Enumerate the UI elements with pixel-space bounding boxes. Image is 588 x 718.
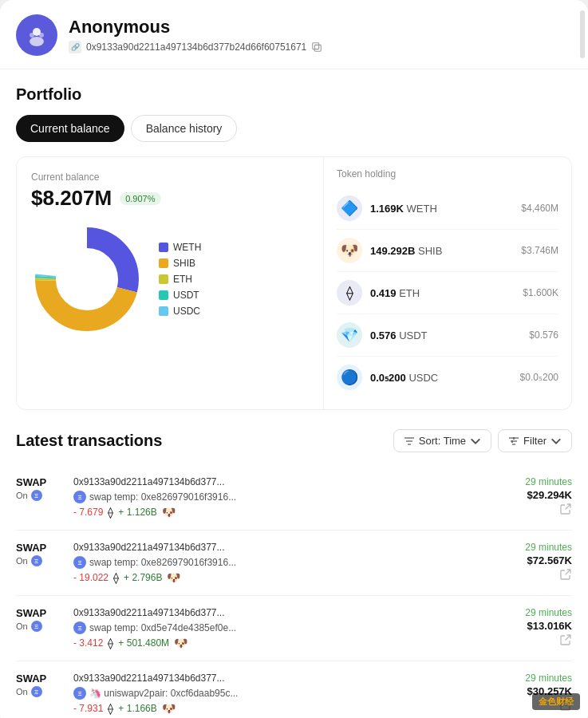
- sidebar-handle: [580, 10, 585, 58]
- tx-swap-temp: 🦄 uniswapv2pair: 0xcf6daab95c...: [89, 688, 238, 699]
- tx-middle: 0x9133a90d2211a497134b6d377... Ξ swap te…: [73, 607, 515, 649]
- address-icon: 🔗: [69, 41, 81, 53]
- chart-legend: WETH SHIB ETH USDT: [159, 242, 201, 317]
- tx-usd: $72.567K: [525, 554, 572, 566]
- tx-time: 29 minutes: [525, 476, 572, 487]
- tx-time: 29 minutes: [525, 542, 572, 553]
- tx-neg: - 7.931: [73, 703, 103, 714]
- token-value: $4,460M: [521, 203, 558, 214]
- tx-amounts: - 7.679 ⟠ + 1.126B 🐶: [73, 506, 515, 519]
- external-link-icon[interactable]: [559, 633, 572, 646]
- donut-chart: [31, 223, 143, 335]
- tx-swap-temp: swap temp: 0xd5e74de4385ef0e...: [89, 622, 236, 633]
- token-row: 🔷 1.169K WETH $4,460M: [337, 187, 558, 230]
- tx-on-label: On: [16, 687, 28, 696]
- tab-current-balance[interactable]: Current balance: [16, 115, 124, 142]
- donut-wrapper: WETH SHIB ETH USDT: [31, 223, 309, 335]
- tx-pos-icon: 🐶: [167, 571, 180, 584]
- tx-type: SWAP On Ξ: [16, 542, 64, 566]
- filter-button[interactable]: Filter: [498, 429, 572, 452]
- token-symbol: USDC: [408, 372, 438, 384]
- tx-address: 0x9133a90d2211a497134b6d377...: [73, 542, 515, 553]
- balance-amount: $8.207M: [31, 186, 112, 211]
- tx-neg-icon: ⟠: [108, 637, 113, 649]
- external-link-icon[interactable]: [559, 568, 572, 581]
- tx-pos-icon: 🐶: [162, 506, 176, 519]
- portfolio-left: Current balance $8.207M 0.907%: [17, 157, 324, 409]
- tx-swap-row: Ξ swap temp: 0xe826979016f3916...: [73, 491, 515, 503]
- tx-neg-icon: ⟠: [108, 702, 113, 715]
- tx-type-label: SWAP: [16, 542, 64, 554]
- tx-on-label: On: [16, 621, 28, 631]
- eth-icon: Ξ: [31, 686, 42, 697]
- external-link-icon[interactable]: [559, 503, 572, 515]
- table-row: SWAP On Ξ 0x9133a90d2211a497134b6d377...…: [16, 596, 572, 661]
- tx-swap-temp: swap temp: 0xe826979016f3916...: [89, 491, 236, 503]
- avatar: [16, 14, 57, 56]
- filter-chevron-icon: [551, 436, 562, 447]
- token-amount: 0.576 USDT: [370, 329, 529, 341]
- token-icon: 🔷: [337, 195, 362, 221]
- tx-right: 29 minutes $29.294K: [525, 476, 572, 519]
- tx-on: On Ξ: [16, 621, 64, 632]
- tx-usd: $13.016K: [525, 620, 572, 632]
- wallet-address: 0x9133a90d2211a497134b6d377b24d66f607516…: [86, 41, 306, 53]
- tab-balance-history[interactable]: Balance history: [131, 115, 238, 142]
- svg-rect-5: [313, 43, 319, 49]
- transaction-list: SWAP On Ξ 0x9133a90d2211a497134b6d377...…: [0, 465, 588, 718]
- tx-amounts: - 7.931 ⟠ + 1.166B 🐶: [73, 702, 515, 715]
- tx-on-label: On: [16, 556, 28, 566]
- table-row: SWAP On Ξ 0x9133a90d2211a497134b6d377...…: [16, 661, 572, 718]
- tx-middle: 0x9133a90d2211a497134b6d377... Ξ swap te…: [73, 542, 515, 584]
- swap-circle: Ξ: [73, 687, 86, 700]
- tx-pos-icon: 🐶: [162, 702, 176, 715]
- tx-type: SWAP On Ξ: [16, 607, 64, 632]
- tx-amounts: - 3.412 ⟠ + 501.480M 🐶: [73, 637, 515, 649]
- legend-weth: WETH: [159, 242, 201, 253]
- legend-usdt: USDT: [159, 290, 201, 301]
- tx-pos-icon: 🐶: [174, 637, 187, 649]
- token-holding-title: Token holding: [337, 168, 558, 180]
- table-row: SWAP On Ξ 0x9133a90d2211a497134b6d377...…: [16, 531, 572, 596]
- token-info: 1.169K WETH: [370, 203, 521, 215]
- token-row: 🔵 0.0₅200 USDC $0.0₅200: [337, 357, 558, 398]
- token-amount: 0.419 ETH: [370, 287, 523, 299]
- token-icon: 🐶: [337, 238, 362, 263]
- balance-label: Current balance: [31, 172, 309, 183]
- tx-on-label: On: [16, 491, 28, 500]
- tx-on: On Ξ: [16, 555, 64, 566]
- tx-swap-temp: swap temp: 0xe826979016f3916...: [89, 557, 236, 568]
- tx-amounts: - 19.022 ⟠ + 2.796B 🐶: [73, 571, 515, 584]
- token-info: 149.292B SHIB: [370, 245, 521, 257]
- balance-badge: 0.907%: [120, 192, 160, 205]
- sort-button[interactable]: Sort: Time: [393, 429, 491, 452]
- legend-shib: SHIB: [159, 258, 201, 269]
- token-symbol: WETH: [407, 203, 437, 215]
- tx-pos: + 2.796B: [124, 572, 162, 583]
- tx-pos: + 501.480M: [118, 637, 169, 649]
- user-name: Anonymous: [69, 17, 572, 37]
- copy-icon[interactable]: [311, 41, 322, 53]
- token-info: 0.0₅200 USDC: [370, 372, 520, 384]
- token-row: 💎 0.576 USDT $0.576: [337, 314, 558, 357]
- token-symbol: ETH: [399, 287, 420, 299]
- svg-point-2: [30, 33, 34, 37]
- tx-neg: - 7.679: [73, 507, 103, 518]
- portfolio-title: Portfolio: [16, 85, 572, 104]
- portfolio-tabs: Current balance Balance history: [16, 115, 572, 142]
- eth-icon: Ξ: [31, 555, 42, 566]
- token-icon: ⟠: [337, 280, 362, 306]
- sort-chevron-icon: [470, 436, 481, 447]
- tx-neg: - 19.022: [73, 572, 109, 583]
- controls: Sort: Time Filter: [393, 429, 572, 452]
- transactions-header: Latest transactions Sort: Time: [0, 429, 588, 452]
- watermark: 金色财经: [532, 693, 580, 710]
- swap-circle: Ξ: [73, 556, 86, 569]
- tx-address: 0x9133a90d2211a497134b6d377...: [73, 476, 515, 487]
- tx-time: 29 minutes: [525, 607, 572, 618]
- tx-type-label: SWAP: [16, 476, 64, 488]
- tx-address: 0x9133a90d2211a497134b6d377...: [73, 673, 515, 684]
- svg-point-1: [30, 37, 44, 46]
- portfolio-section: Portfolio Current balance Balance histor…: [0, 69, 588, 410]
- tx-on: On Ξ: [16, 686, 64, 697]
